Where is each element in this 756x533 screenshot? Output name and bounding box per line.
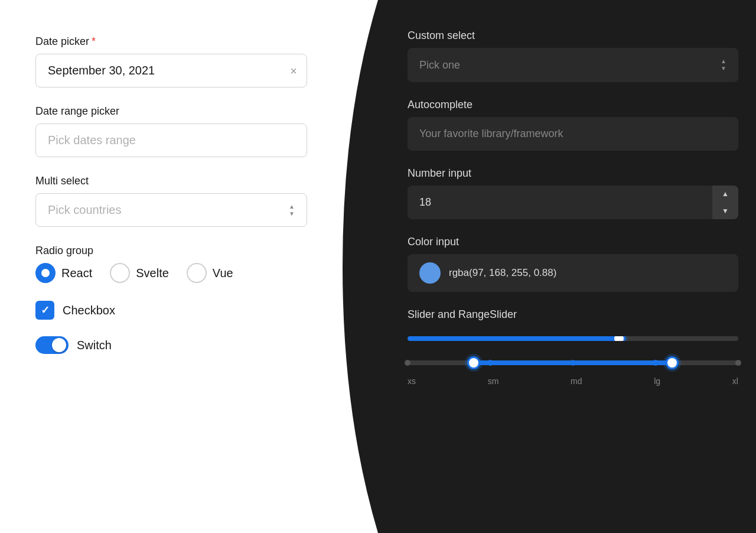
range-label-sm: sm bbox=[488, 376, 499, 386]
custom-select-label: Custom select bbox=[408, 30, 738, 42]
date-range-placeholder: Pick dates range bbox=[48, 134, 136, 147]
radio-group-field: Radio group React Svelte Vue bbox=[35, 245, 307, 283]
radio-label-svelte: Svelte bbox=[136, 266, 169, 280]
checkbox-label: Checkbox bbox=[63, 304, 115, 317]
radio-group-row: React Svelte Vue bbox=[35, 263, 307, 283]
custom-select-group: Custom select Pick one ▲▼ bbox=[408, 30, 738, 82]
range-dot-sm bbox=[487, 360, 493, 366]
required-indicator: * bbox=[92, 35, 96, 47]
number-input-arrows: ▲ ▼ bbox=[712, 186, 738, 219]
radio-label-react: React bbox=[61, 266, 92, 280]
slider-container bbox=[408, 333, 738, 344]
number-decrement-button[interactable]: ▼ bbox=[712, 203, 738, 220]
switch-row[interactable]: Switch bbox=[35, 336, 307, 354]
date-range-picker-group: Date range picker Pick dates range bbox=[35, 105, 307, 157]
custom-select-input[interactable]: Pick one ▲▼ bbox=[408, 48, 738, 82]
range-label-lg: lg bbox=[654, 376, 660, 386]
number-input-group: Number input 18 ▲ ▼ bbox=[408, 167, 738, 219]
radio-circle-vue[interactable] bbox=[187, 263, 207, 283]
radio-label-vue: Vue bbox=[213, 266, 233, 280]
radio-inner-react bbox=[41, 269, 50, 277]
color-input-label: Color input bbox=[408, 236, 738, 248]
radio-group-label: Radio group bbox=[35, 245, 307, 257]
slider-section-label: Slider and RangeSlider bbox=[408, 308, 738, 321]
range-dot-lg bbox=[653, 360, 659, 366]
color-input-group: Color input rgba(97, 168, 255, 0.88) bbox=[408, 236, 738, 292]
date-picker-value: September 30, 2021 bbox=[48, 64, 155, 77]
range-slider-wrapper bbox=[408, 354, 738, 372]
range-label-xl: xl bbox=[732, 376, 738, 386]
autocomplete-placeholder: Your favorite library/framework bbox=[419, 128, 563, 140]
slider-track-bg bbox=[408, 336, 738, 341]
color-swatch[interactable] bbox=[419, 262, 441, 284]
range-track-bg bbox=[408, 360, 738, 365]
date-range-picker-input[interactable]: Pick dates range bbox=[35, 124, 307, 157]
switch-label: Switch bbox=[77, 339, 112, 352]
multi-select-input[interactable]: Pick countries ▲▼ bbox=[35, 193, 307, 227]
custom-select-chevron-icon: ▲▼ bbox=[721, 58, 726, 72]
range-thumb-right[interactable] bbox=[666, 356, 679, 369]
radio-circle-react[interactable] bbox=[35, 263, 56, 283]
autocomplete-group: Autocomplete Your favorite library/frame… bbox=[408, 99, 738, 151]
radio-item-vue[interactable]: Vue bbox=[187, 263, 233, 283]
slider-fill bbox=[408, 336, 619, 341]
autocomplete-label: Autocomplete bbox=[408, 99, 738, 111]
range-label-md: md bbox=[571, 376, 582, 386]
slider-section: Slider and RangeSlider bbox=[408, 308, 738, 386]
switch-toggle[interactable] bbox=[35, 336, 69, 354]
date-picker-input[interactable]: September 30, 2021 × bbox=[35, 54, 307, 87]
multi-select-placeholder: Pick countries bbox=[48, 203, 122, 217]
switch-thumb bbox=[52, 338, 66, 352]
range-thumb-left[interactable] bbox=[467, 356, 480, 369]
range-labels: xs sm md lg xl bbox=[408, 376, 738, 386]
checkbox-input[interactable]: ✓ bbox=[35, 301, 54, 320]
date-picker-clear-button[interactable]: × bbox=[290, 64, 297, 77]
multi-select-label: Multi select bbox=[35, 175, 307, 187]
date-picker-label: Date picker* bbox=[35, 35, 307, 48]
date-picker-label-text: Date picker bbox=[35, 35, 89, 47]
range-slider-container: xs sm md lg xl bbox=[408, 354, 738, 386]
range-dot-xl bbox=[735, 360, 741, 366]
multi-select-group: Multi select Pick countries ▲▼ bbox=[35, 175, 307, 227]
slider-track-wrapper bbox=[408, 333, 738, 344]
number-increment-button[interactable]: ▲ bbox=[712, 186, 738, 203]
slider-thumb[interactable] bbox=[612, 336, 625, 341]
radio-item-react[interactable]: React bbox=[35, 263, 92, 283]
custom-select-placeholder: Pick one bbox=[419, 59, 460, 72]
range-dot-md bbox=[570, 360, 576, 366]
color-value-text: rgba(97, 168, 255, 0.88) bbox=[449, 267, 556, 279]
multi-select-chevron-icon: ▲▼ bbox=[289, 204, 295, 217]
range-dot-xs bbox=[405, 360, 410, 366]
number-input-label: Number input bbox=[408, 167, 738, 180]
number-input-wrapper: 18 ▲ ▼ bbox=[408, 186, 738, 219]
checkbox-row[interactable]: ✓ Checkbox bbox=[35, 301, 307, 320]
color-input-row[interactable]: rgba(97, 168, 255, 0.88) bbox=[408, 254, 738, 292]
checkbox-check-icon: ✓ bbox=[41, 304, 50, 317]
range-label-xs: xs bbox=[408, 376, 416, 386]
radio-item-svelte[interactable]: Svelte bbox=[110, 263, 169, 283]
date-picker-group: Date picker* September 30, 2021 × bbox=[35, 35, 307, 87]
radio-circle-svelte[interactable] bbox=[110, 263, 130, 283]
date-range-picker-label: Date range picker bbox=[35, 105, 307, 118]
autocomplete-input[interactable]: Your favorite library/framework bbox=[408, 117, 738, 151]
number-input-value[interactable]: 18 bbox=[408, 186, 712, 219]
